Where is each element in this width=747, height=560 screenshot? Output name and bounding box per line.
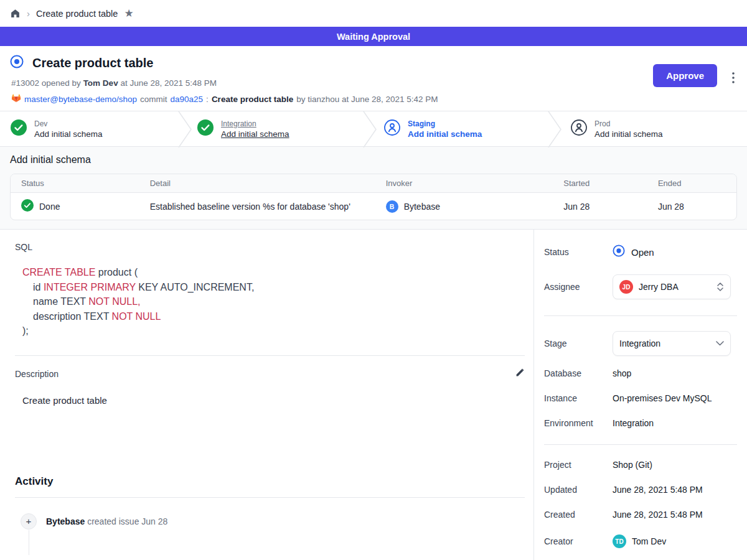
description-label: Description: [15, 369, 59, 379]
stage-env-label: Dev: [34, 119, 103, 128]
project-label: Project: [544, 460, 613, 470]
stage-separator-chevron: [548, 111, 561, 147]
sql-text: id: [33, 282, 44, 292]
updated-value: June 28, 2021 5:48 PM: [613, 485, 703, 495]
task-table-card: Status Detail Invoker Started Ended Done: [10, 174, 737, 220]
stage-separator-chevron: [178, 111, 192, 147]
activity-heading: Activity: [15, 475, 525, 488]
status-value: Open: [631, 247, 654, 258]
assignee-label: Assignee: [544, 282, 613, 292]
waiting-approval-banner: Waiting Approval: [0, 27, 747, 46]
project-row: Project Shop (Git): [544, 460, 737, 470]
star-icon[interactable]: ★: [124, 8, 133, 19]
person-circle-icon: [384, 119, 400, 138]
commit-byline: by tianzhou at June 28, 2021 5:42 PM: [296, 95, 438, 104]
assignee-select[interactable]: JD Jerry DBA: [613, 274, 731, 299]
updated-row: Updated June 28, 2021 5:48 PM: [544, 485, 737, 495]
stage-dev[interactable]: Dev Add initial schema: [0, 111, 187, 146]
project-value[interactable]: Shop (Git): [613, 460, 652, 470]
col-started: Started: [558, 174, 653, 193]
commit-message: Create product table: [212, 95, 293, 104]
database-value: shop: [613, 368, 631, 378]
done-check-icon: [21, 199, 34, 213]
stage-label: Stage: [544, 338, 613, 348]
activity-action: created issue Jun 28: [85, 516, 167, 526]
opened-by-label: opened by: [39, 78, 83, 88]
task-row: Done Established baseline version %s for…: [11, 193, 736, 220]
sql-text: name TEXT: [33, 296, 88, 307]
breadcrumb: › Create product table ★: [0, 0, 747, 27]
commit-separator: :: [206, 95, 209, 104]
divider: [15, 355, 525, 356]
stage-row: Stage Integration: [544, 331, 737, 356]
created-row: Created June 28, 2021 5:48 PM: [544, 510, 737, 520]
stage-env-link[interactable]: Integration: [221, 119, 289, 128]
database-label: Database: [544, 368, 613, 378]
task-status-text: Done: [39, 202, 60, 212]
issue-id: #13002: [11, 78, 39, 88]
creator-row: Creator TD Tom Dev: [544, 534, 737, 548]
breadcrumb-current[interactable]: Create product table: [36, 9, 118, 19]
branch-repo-link[interactable]: master@bytebase-demo/shop: [24, 95, 137, 104]
environment-row: Environment Integration: [544, 418, 737, 428]
issue-detail-panel: SQL CREATE TABLE product ( id INTEGER PR…: [0, 230, 533, 560]
updated-label: Updated: [544, 485, 613, 495]
divider: [15, 497, 525, 498]
stage-task-link[interactable]: Add initial schema: [221, 129, 289, 139]
task-table-header-row: Status Detail Invoker Started Ended: [11, 174, 736, 193]
issue-sidebar: Status Open Assignee JD Jerry DBA Stage …: [533, 230, 747, 560]
creator-label: Creator: [544, 536, 613, 546]
created-value: June 28, 2021 5:48 PM: [613, 510, 703, 520]
commit-hash-link[interactable]: da90a25: [171, 95, 204, 104]
environment-label: Environment: [544, 418, 613, 428]
kebab-menu-icon[interactable]: [732, 72, 735, 86]
instance-label: Instance: [544, 393, 613, 403]
task-started-date: Jun 28: [558, 193, 653, 220]
col-detail: Detail: [145, 174, 381, 193]
assignee-value: Jerry DBA: [639, 282, 711, 292]
col-status: Status: [11, 174, 145, 193]
instance-value: On-premises Dev MySQL: [613, 393, 712, 403]
home-icon[interactable]: [10, 8, 21, 19]
chevron-right-icon: ›: [27, 8, 30, 19]
invoker-avatar: B: [386, 200, 398, 213]
issue-opened-at: at June 28, 2021 5:48 PM: [118, 78, 217, 88]
stage-integration[interactable]: Integration Add initial schema: [187, 111, 374, 146]
database-row: Database shop: [544, 368, 737, 378]
task-ended-date: Jun 28: [653, 193, 736, 220]
stage-select[interactable]: Integration: [613, 331, 731, 356]
chevron-down-icon: [716, 341, 724, 346]
check-circle-icon: [11, 119, 27, 138]
issue-title: Create product table: [32, 56, 153, 70]
stage-task-label: Add initial schema: [34, 129, 103, 139]
sql-keyword: INTEGER PRIMARY: [44, 282, 136, 292]
divider: [544, 444, 737, 445]
instance-row: Instance On-premises Dev MySQL: [544, 393, 737, 403]
stage-task-label: Add initial schema: [408, 129, 482, 139]
sql-section-label: SQL: [15, 242, 525, 252]
edit-pencil-icon[interactable]: [515, 368, 525, 380]
approve-button[interactable]: Approve: [653, 64, 717, 87]
open-status-icon: [10, 55, 24, 71]
stage-staging[interactable]: Staging Add initial schema: [374, 111, 560, 146]
activity-item: + Bytebase created issue Jun 28: [15, 513, 525, 530]
issue-header: Create product table #13002 opened by To…: [0, 46, 747, 111]
created-label: Created: [544, 510, 613, 520]
gitlab-icon: [11, 93, 21, 105]
sql-keyword: NOT NULL,: [88, 296, 140, 307]
commit-line: master@bytebase-demo/shop commit da90a25…: [11, 93, 737, 105]
creator-value: Tom Dev: [632, 536, 666, 546]
sql-text: KEY AUTO_INCREMENT,: [136, 282, 255, 292]
assignee-avatar: JD: [619, 280, 633, 294]
invoker-name: Bytebase: [404, 202, 440, 212]
task-section-heading: Add initial schema: [10, 154, 737, 166]
sql-keyword: NOT NULL: [112, 311, 161, 322]
environment-value: Integration: [613, 418, 654, 428]
banner-text: Waiting Approval: [337, 32, 410, 42]
stage-env-label: Staging: [408, 119, 482, 128]
timeline-connector: [29, 530, 29, 555]
plus-icon: +: [21, 513, 37, 530]
stage-env-label: Prod: [594, 119, 663, 128]
stage-prod[interactable]: Prod Add initial schema: [560, 111, 747, 146]
pipeline-stages: Dev Add initial schema Integration Add i…: [0, 111, 747, 147]
